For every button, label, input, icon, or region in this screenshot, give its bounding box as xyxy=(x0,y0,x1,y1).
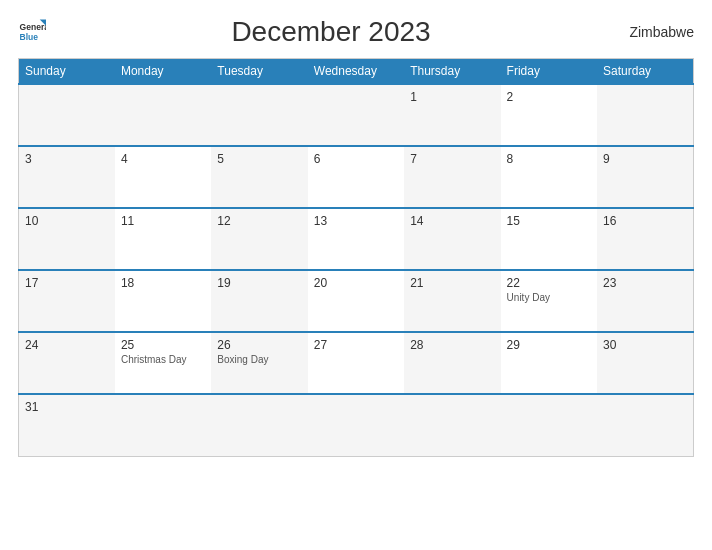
calendar-day-cell: 7 xyxy=(404,146,500,208)
day-number: 11 xyxy=(121,214,205,228)
calendar-day-cell xyxy=(597,394,693,456)
day-number: 10 xyxy=(25,214,109,228)
calendar-day-cell xyxy=(308,84,404,146)
day-number: 7 xyxy=(410,152,494,166)
day-number: 14 xyxy=(410,214,494,228)
calendar-day-cell: 21 xyxy=(404,270,500,332)
country-label: Zimbabwe xyxy=(614,24,694,40)
header-thursday: Thursday xyxy=(404,59,500,85)
day-number: 18 xyxy=(121,276,205,290)
calendar-day-cell: 28 xyxy=(404,332,500,394)
calendar-day-cell xyxy=(404,394,500,456)
day-number: 6 xyxy=(314,152,398,166)
holiday-label: Christmas Day xyxy=(121,354,205,365)
day-number: 30 xyxy=(603,338,687,352)
calendar-day-cell: 25Christmas Day xyxy=(115,332,211,394)
calendar-day-cell xyxy=(211,394,307,456)
calendar-day-cell: 20 xyxy=(308,270,404,332)
calendar-day-cell: 8 xyxy=(501,146,597,208)
calendar-day-cell: 29 xyxy=(501,332,597,394)
calendar-header: General Blue December 2023 Zimbabwe xyxy=(18,16,694,48)
day-number: 5 xyxy=(217,152,301,166)
calendar-container: General Blue December 2023 Zimbabwe Sund… xyxy=(0,0,712,550)
calendar-week-row: 12 xyxy=(19,84,694,146)
calendar-day-cell: 1 xyxy=(404,84,500,146)
calendar-day-cell: 30 xyxy=(597,332,693,394)
calendar-week-row: 10111213141516 xyxy=(19,208,694,270)
calendar-title: December 2023 xyxy=(48,16,614,48)
day-number: 22 xyxy=(507,276,591,290)
header-tuesday: Tuesday xyxy=(211,59,307,85)
calendar-week-row: 3456789 xyxy=(19,146,694,208)
calendar-day-cell: 4 xyxy=(115,146,211,208)
day-number: 23 xyxy=(603,276,687,290)
holiday-label: Boxing Day xyxy=(217,354,301,365)
header-friday: Friday xyxy=(501,59,597,85)
day-number: 2 xyxy=(507,90,591,104)
calendar-week-row: 171819202122Unity Day23 xyxy=(19,270,694,332)
calendar-day-cell: 27 xyxy=(308,332,404,394)
weekday-header-row: Sunday Monday Tuesday Wednesday Thursday… xyxy=(19,59,694,85)
calendar-week-row: 31 xyxy=(19,394,694,456)
day-number: 25 xyxy=(121,338,205,352)
day-number: 31 xyxy=(25,400,109,414)
svg-text:General: General xyxy=(20,22,46,32)
logo: General Blue xyxy=(18,18,48,46)
calendar-day-cell: 16 xyxy=(597,208,693,270)
header-saturday: Saturday xyxy=(597,59,693,85)
day-number: 28 xyxy=(410,338,494,352)
calendar-day-cell: 10 xyxy=(19,208,115,270)
calendar-day-cell xyxy=(115,84,211,146)
day-number: 26 xyxy=(217,338,301,352)
calendar-day-cell xyxy=(115,394,211,456)
calendar-day-cell: 14 xyxy=(404,208,500,270)
day-number: 15 xyxy=(507,214,591,228)
calendar-day-cell: 31 xyxy=(19,394,115,456)
calendar-day-cell: 13 xyxy=(308,208,404,270)
calendar-day-cell: 2 xyxy=(501,84,597,146)
header-monday: Monday xyxy=(115,59,211,85)
day-number: 8 xyxy=(507,152,591,166)
calendar-day-cell xyxy=(308,394,404,456)
day-number: 1 xyxy=(410,90,494,104)
header-wednesday: Wednesday xyxy=(308,59,404,85)
day-number: 24 xyxy=(25,338,109,352)
day-number: 16 xyxy=(603,214,687,228)
day-number: 3 xyxy=(25,152,109,166)
day-number: 17 xyxy=(25,276,109,290)
day-number: 9 xyxy=(603,152,687,166)
calendar-day-cell: 22Unity Day xyxy=(501,270,597,332)
day-number: 12 xyxy=(217,214,301,228)
calendar-day-cell xyxy=(501,394,597,456)
calendar-day-cell: 19 xyxy=(211,270,307,332)
calendar-day-cell: 18 xyxy=(115,270,211,332)
day-number: 13 xyxy=(314,214,398,228)
calendar-day-cell: 3 xyxy=(19,146,115,208)
calendar-day-cell xyxy=(211,84,307,146)
day-number: 29 xyxy=(507,338,591,352)
calendar-day-cell xyxy=(597,84,693,146)
calendar-day-cell: 9 xyxy=(597,146,693,208)
calendar-day-cell: 23 xyxy=(597,270,693,332)
svg-text:Blue: Blue xyxy=(20,32,39,42)
calendar-day-cell: 17 xyxy=(19,270,115,332)
calendar-day-cell xyxy=(19,84,115,146)
calendar-day-cell: 5 xyxy=(211,146,307,208)
calendar-table: Sunday Monday Tuesday Wednesday Thursday… xyxy=(18,58,694,457)
calendar-day-cell: 15 xyxy=(501,208,597,270)
holiday-label: Unity Day xyxy=(507,292,591,303)
calendar-day-cell: 24 xyxy=(19,332,115,394)
day-number: 27 xyxy=(314,338,398,352)
calendar-day-cell: 26Boxing Day xyxy=(211,332,307,394)
day-number: 19 xyxy=(217,276,301,290)
header-sunday: Sunday xyxy=(19,59,115,85)
calendar-day-cell: 11 xyxy=(115,208,211,270)
calendar-day-cell: 12 xyxy=(211,208,307,270)
day-number: 21 xyxy=(410,276,494,290)
calendar-day-cell: 6 xyxy=(308,146,404,208)
calendar-week-row: 2425Christmas Day26Boxing Day27282930 xyxy=(19,332,694,394)
day-number: 20 xyxy=(314,276,398,290)
day-number: 4 xyxy=(121,152,205,166)
